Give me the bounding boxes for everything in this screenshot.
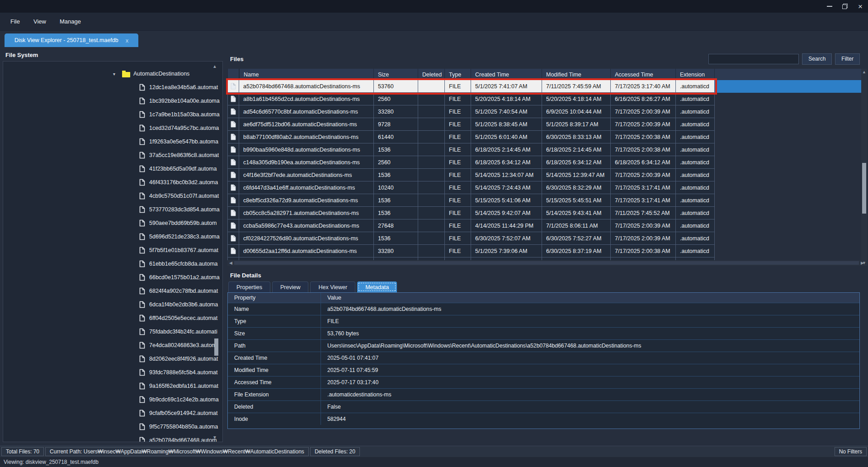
cell-size: 1536 — [374, 207, 418, 219]
tree-file-item[interactable]: 9f5c7755804b850a.automa — [3, 420, 222, 434]
menu-item[interactable]: File — [4, 16, 27, 27]
tree-file-item[interactable]: 6824f4a902c78fbd.automat — [3, 284, 222, 298]
tree-scrollbar-thumb[interactable] — [214, 338, 218, 356]
table-row[interactable]: ad54c6d65770c8bf.automaticDestinations-m… — [227, 105, 866, 118]
detail-tab[interactable]: Hex Viewer — [310, 281, 355, 292]
scroll-left-icon[interactable]: ◀ — [229, 261, 232, 265]
status-no-filters: No Filters — [835, 447, 867, 456]
column-header[interactable]: Name — [239, 69, 374, 80]
file-icon — [139, 369, 145, 376]
vertical-scrollbar[interactable]: ▲ ▼ — [861, 69, 867, 266]
tree-file-item[interactable]: 37a5cc19e863f6c8.automat — [3, 148, 222, 162]
table-row[interactable]: d00655d2aa12ff6d.automaticDestinations-m… — [227, 245, 866, 257]
cell-deleted — [418, 143, 445, 156]
property-rows: Name a52b0784bd667468.automaticDestinati… — [228, 303, 859, 425]
menu-item[interactable]: View — [27, 16, 53, 27]
tab-close-icon[interactable]: x — [126, 37, 129, 44]
column-header[interactable]: Type — [445, 69, 471, 80]
cell-type: FILE — [445, 207, 471, 219]
filter-button[interactable]: Filter — [835, 53, 860, 65]
tree-file-item[interactable]: 7e4dca80246863e3.autom — [3, 338, 222, 352]
expand-caret-icon[interactable]: ▾ — [113, 71, 119, 76]
tree-file-item[interactable]: 5d696d521de238c3.automa — [3, 230, 222, 243]
table-row[interactable]: c8ebf5cd326a72d9.automaticDestinations-m… — [227, 194, 866, 207]
tree-file-label: 8d2062eec8f4f926.automat — [149, 356, 218, 362]
detail-tab[interactable]: Preview — [272, 281, 308, 292]
tree-file-item[interactable]: 5f7b5f1e01b83767.automat — [3, 243, 222, 257]
detail-tab[interactable]: Metadata — [357, 281, 397, 292]
tree-file-item[interactable]: 75fdabdc3f4b24fc.automati — [3, 325, 222, 338]
tree-file-item[interactable]: 6dca1f4b0e2db3b6.automa — [3, 298, 222, 311]
row-filler — [715, 232, 866, 245]
column-header[interactable]: Created Time — [471, 69, 542, 80]
tab-strip: Disk View Explorer - 250718_test.maefdb … — [0, 31, 868, 47]
tree-file-item[interactable]: 66bcd0e1575b01a2.automa — [3, 271, 222, 284]
column-header[interactable]: Size — [374, 69, 418, 80]
tree-file-item[interactable]: 1ced32d74a95c7bc.automa — [3, 121, 222, 135]
tree-file-item[interactable]: 1c7a9be1b15a03ba.automa — [3, 108, 222, 121]
menu-item[interactable]: Manage — [53, 16, 88, 27]
column-header[interactable]: Deleted — [418, 69, 445, 80]
tree-scroll-down-icon[interactable]: ▼ — [212, 435, 217, 440]
tree-file-item[interactable]: 93fdc7888e5fc5b4.automat — [3, 366, 222, 379]
tab-disk-view-explorer[interactable]: Disk View Explorer - 250718_test.maefdb … — [5, 33, 138, 47]
property-column-header: Property — [228, 293, 321, 303]
minimize-button[interactable] — [822, 0, 837, 13]
tree-folder-automaticdestinations[interactable]: ▾ AutomaticDestinations — [3, 67, 222, 81]
table-row[interactable]: b990baa5960e848d.automaticDestinations-m… — [227, 143, 866, 156]
table-row[interactable]: cf02284227526d80.automaticDestinations-m… — [227, 232, 866, 245]
detail-tab[interactable]: Properties — [228, 281, 270, 292]
table-row[interactable]: ae6df75df512bd06.automaticDestinations-m… — [227, 118, 866, 131]
tree-file-item[interactable]: 4cb9c5750d51c07f.automat — [3, 189, 222, 203]
table-row[interactable]: b8ab77100df80ab2.automaticDestinations-m… — [227, 131, 866, 143]
folder-icon — [122, 72, 130, 77]
tree-file-item[interactable]: a52b0784bd667468.autom — [3, 434, 222, 442]
property-value: 53,760 bytes — [321, 328, 859, 339]
search-input[interactable] — [708, 54, 799, 64]
cell-extension: .automaticd — [676, 245, 715, 257]
horizontal-scrollbar-thumb[interactable] — [234, 261, 859, 265]
cell-size: 2560 — [374, 156, 418, 169]
tree-file-item[interactable]: 41f23bb65d5a09df.automa — [3, 162, 222, 176]
cell-name: c6fd447d3a41e6ff.automaticDestinations-m… — [239, 181, 374, 194]
table-row[interactable]: c6fd447d3a41e6ff.automaticDestinations-m… — [227, 181, 866, 194]
tree-file-item[interactable]: 9b9cdc69c1c24e2b.automa — [3, 393, 222, 406]
tree-file-item[interactable]: 9cfafb05ce914942.automat — [3, 406, 222, 420]
table-row[interactable]: c148a305d9b190ea.automaticDestinations-m… — [227, 156, 866, 169]
tree-file-item[interactable]: 12dc1ea8e34b5a6.automat — [3, 81, 222, 94]
restore-button[interactable] — [837, 0, 853, 13]
header-filler — [715, 69, 866, 80]
scroll-right-icon[interactable]: ▶ — [861, 261, 864, 265]
column-header[interactable]: Accessed Time — [611, 69, 676, 80]
table-row[interactable]: cb05cc8c5a282971.automaticDestinations-m… — [227, 207, 866, 219]
tree-file-item[interactable]: 573770283dc3d854.automa — [3, 203, 222, 216]
tree-file-item[interactable]: 1f9263a0e5e547bb.automa — [3, 135, 222, 148]
column-header[interactable]: Modified Time — [542, 69, 611, 80]
column-header[interactable]: Extension — [676, 69, 715, 80]
tree-file-item[interactable]: 8d2062eec8f4f926.automat — [3, 352, 222, 366]
tree-file-item[interactable]: 590aee7bdd69b59b.autom — [3, 216, 222, 230]
file-details-tabs: Properties Preview Hex Viewer Metadata — [228, 281, 868, 292]
tree-file-item[interactable]: 46f433176bc0b3d2.automa — [3, 176, 222, 189]
tree-file-item[interactable]: 9a165f62edbfa161.automat — [3, 379, 222, 393]
cell-modified-time: 6/18/2025 6:34:12 AM — [542, 156, 611, 169]
file-icon — [139, 111, 145, 118]
close-button[interactable]: × — [853, 0, 868, 13]
property-row: Size 53,760 bytes — [228, 327, 859, 339]
vertical-scrollbar-thumb[interactable] — [862, 163, 866, 214]
tree-file-item[interactable]: 6ff04d2505e5ecec.automat — [3, 311, 222, 325]
cell-size: 10240 — [374, 181, 418, 194]
tree-file-item[interactable]: 61ebb1e65cfcb8da.automa — [3, 257, 222, 271]
table-row[interactable]: ccba5a5986c77e43.automaticDestinations-m… — [227, 219, 866, 232]
table-row[interactable]: c4f16e3f2bf7ede.automaticDestinations-ms… — [227, 169, 866, 181]
cell-extension: .automaticd — [676, 232, 715, 245]
table-row[interactable]: a8b1a61b4565d2cd.automaticDestinations-m… — [227, 93, 866, 105]
horizontal-scrollbar[interactable]: ◀ ▶ — [227, 260, 866, 266]
table-row[interactable]: a52b0784bd667468.automaticDestinations-m… — [227, 80, 866, 93]
cell-deleted — [418, 207, 445, 219]
search-button[interactable]: Search — [802, 53, 832, 65]
scroll-up-icon[interactable]: ▲ — [862, 70, 866, 74]
tree-file-item[interactable]: 1bc392b8e104a00e.automa — [3, 94, 222, 108]
cell-name: ae6df75df512bd06.automaticDestinations-m… — [239, 118, 374, 131]
tree-scroll-up-icon[interactable]: ▲ — [212, 64, 217, 69]
